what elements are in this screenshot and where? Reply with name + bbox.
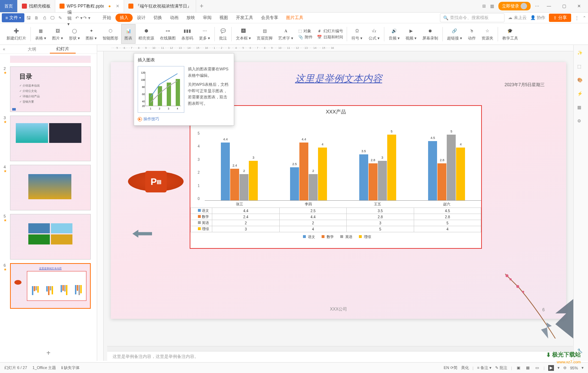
collapse-panel-icon[interactable]: « [3,47,5,52]
tab-template[interactable]: 找稻壳模板 [18,0,55,12]
ribbon-smartart[interactable]: ⬡智能图形 [100,24,121,44]
ribbon-object[interactable]: ⬚对象 [298,28,313,34]
ribbon-assets[interactable]: ☆资源夹 [479,24,496,44]
lang-indicator[interactable]: EN ⟳简 [444,365,457,370]
zoom-dropdown[interactable]: ▾ [582,365,584,370]
tab-current-file[interactable]: WPS PPT教程.pptx●✕ [55,0,124,12]
ribbon-symbol[interactable]: Ω符号 ▾ [348,24,365,44]
ribbon-hyperlink[interactable]: 🔗超链接 ▾ [444,24,465,44]
menu-view[interactable]: 视图 [216,15,232,21]
ribbon-barcode[interactable]: ▮▮▮条形码 [179,24,196,44]
ribbon-mindmap[interactable]: ⊶在线脑图 [157,24,179,44]
ribbon-equation[interactable]: √𝑥公式 ▾ [366,24,383,44]
ribbon-datetime[interactable]: 📅日期和时间 [317,34,343,40]
maximize-button[interactable]: ▢ [559,4,569,9]
saveas-icon[interactable]: 🗎 [33,14,40,22]
undo-icon[interactable]: ↶ ▾ [75,14,82,22]
edit-label[interactable]: 编辑 ▾ [67,14,75,22]
save-icon[interactable]: 🖫 [25,14,32,22]
menu-review[interactable]: 审阅 [199,15,215,21]
ribbon-action[interactable]: 🖱动作 [465,24,479,44]
notes-pane[interactable]: 这里是举例备注内容，这里是举例备注内容。 [107,351,573,362]
ribbon-resources[interactable]: ⬢稻壳资源 [136,24,157,44]
slide-thumb-3[interactable] [10,116,91,161]
share-button[interactable]: ⇧ 分享 [549,14,571,22]
ribbon-shape[interactable]: ◯形状 ▾ [66,24,83,44]
slideshow-button[interactable]: ▶ [548,365,554,371]
layers-icon[interactable]: ▦ [577,105,584,112]
apps-icon[interactable]: ▦ [490,4,494,9]
menu-transition[interactable]: 切换 [150,15,166,21]
ribbon-record[interactable]: ⏺屏幕录制 [419,24,441,44]
slide-thumb-5[interactable] [10,214,91,260]
view-reading-icon[interactable]: ▭ [534,365,540,371]
theme-info[interactable]: 1_Office 主题 [33,365,56,370]
ribbon-slide-number[interactable]: #️幻灯片编号 [317,28,343,34]
outline-tab[interactable]: 大纲 [21,46,43,53]
zoom-out[interactable]: ⊖ [563,365,566,370]
menu-insert[interactable]: 插入 [115,14,133,22]
ppt-logo-graphic[interactable]: P ▤ [128,164,184,199]
slide-thumb-6[interactable]: 这里是举例文本内容 [10,263,91,309]
style-icon[interactable]: 🎨 [577,78,584,85]
tab-home[interactable]: 首页 [0,0,18,12]
search-input[interactable]: 🔍 查找命令、搜索模板 [440,13,504,22]
cooperation-button[interactable]: 👤 协作 [530,15,545,21]
ribbon-table[interactable]: ▦表格 ▾ [32,24,49,44]
tab-other-file[interactable]: 『端午狂欢祝福浓情满节日』 [124,0,196,12]
arrow-left-graphic[interactable] [132,230,152,238]
thumbnails-list[interactable]: 2★ 目录 ✓ 介绍基本信息 ✓ 介绍公文化 ✓ 详细介绍产品 ✓ 营销方案 3… [0,54,97,345]
beautify-button[interactable]: 美化 [461,365,469,370]
login-button[interactable]: 立即登录 [498,2,531,10]
ribbon-audio[interactable]: 🔊音频 ▾ [386,24,403,44]
ribbon-attachment[interactable]: 📎附件 [298,34,313,40]
zoom-level[interactable]: 95% [570,366,578,370]
new-tab-button[interactable]: + [196,3,207,10]
minimize-button[interactable]: — [544,4,554,9]
settings-icon[interactable]: ⚙ [577,118,584,126]
preview-icon[interactable]: 🖵 [49,14,56,22]
print-icon[interactable]: ⎙ [41,14,48,22]
menu-design[interactable]: 设计 [133,15,149,21]
ribbon-more[interactable]: ⋯更多 ▾ [196,24,213,44]
file-menu[interactable]: ≡ 文件 ▾ [2,13,24,22]
formatbrush-icon[interactable]: ✎ [57,14,64,22]
ribbon-chart[interactable]: 📊图表 [121,24,136,44]
comments-toggle[interactable]: ✎ 批注 [495,365,507,370]
add-slide-button[interactable]: + [0,345,97,361]
close-icon[interactable]: ✕ [116,4,119,9]
tooltip-tips-link[interactable]: ▶操作技巧 [138,116,230,122]
animation-icon[interactable]: ⚡ [577,91,584,98]
close-button[interactable]: ✕ [574,4,584,9]
cloud-status[interactable]: ☁ 未上云 [508,15,526,21]
notes-toggle[interactable]: ≡ 备注 ▾ [477,365,492,370]
collapse-ribbon-icon[interactable]: ⌃ [583,15,586,20]
menu-start[interactable]: 开始 [99,15,115,21]
slideshow-dropdown[interactable]: ▾ [558,365,560,370]
ribbon-textbox[interactable]: 🅰文本框 ▾ [233,24,254,44]
template-icon[interactable]: ⬚ [577,64,584,71]
view-sorter-icon[interactable]: ▦ [525,365,531,371]
slide-thumb-1[interactable] [10,56,91,63]
magic-icon[interactable]: ✨ [577,50,584,57]
horizontal-scrollbar[interactable] [107,346,573,351]
menu-imagetools[interactable]: 图片工具 [283,15,307,21]
ribbon-headerfooter[interactable]: ▤页眉页脚 [254,24,275,44]
slides-tab[interactable]: 幻灯片 [50,45,76,53]
scan-icon[interactable]: ⊞ [482,4,486,9]
slide-thumb-4[interactable] [10,165,91,210]
menu-animation[interactable]: 动画 [166,15,182,21]
slide-title[interactable]: 这里是举例文本内容 [295,72,382,85]
ribbon-new-slide[interactable]: ➕新建幻灯片 [4,24,29,44]
menu-slideshow[interactable]: 放映 [183,15,199,21]
missing-font[interactable]: ℹ 缺失字体 [61,365,80,370]
redo-icon[interactable]: ↷ ▾ [83,14,90,22]
slide-thumb-2[interactable]: 目录 ✓ 介绍基本信息 ✓ 介绍公文化 ✓ 详细介绍产品 ✓ 营销方案 [10,66,91,112]
ribbon-image[interactable]: 🖼图片 ▾ [49,24,66,44]
slide-counter[interactable]: 幻灯片 6 / 27 [4,365,27,370]
ribbon-teaching[interactable]: 🎓教学工具 [499,24,521,44]
ribbon-video[interactable]: ▶视频 ▾ [403,24,419,44]
chart-object[interactable]: XXX产品 0123456 4.42.4232.54.4243.52.8354.… [190,105,482,249]
ribbon-comment[interactable]: 💬批注 [216,24,230,44]
help-icon[interactable]: ⋯ [535,4,539,9]
